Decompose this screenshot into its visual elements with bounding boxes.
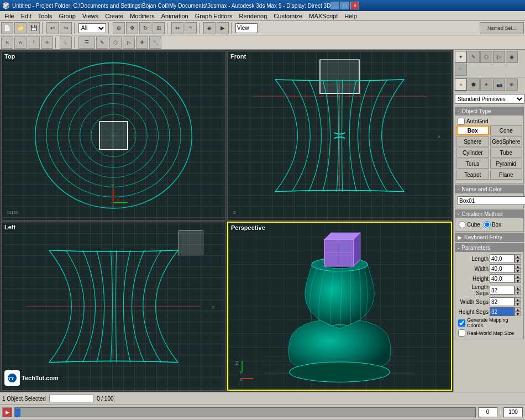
width-up[interactable]: ▲ <box>514 264 521 269</box>
pyramid-button[interactable]: Pyramid <box>490 159 523 169</box>
plane-button[interactable]: Plane <box>490 170 523 180</box>
menu-graph-editors[interactable]: Graph Editors <box>192 13 236 19</box>
lights-tab[interactable]: ☀ <box>480 78 492 91</box>
utilities-tab[interactable]: 🔧 <box>149 36 161 49</box>
frame-input[interactable] <box>478 407 497 417</box>
angle-snap[interactable]: ⌇ <box>28 36 40 49</box>
motion-tab[interactable]: ▷ <box>123 36 135 49</box>
move-button[interactable]: ✥ <box>126 22 138 34</box>
display-tab[interactable]: 👁 <box>136 36 148 49</box>
cameras-tab[interactable]: 📷 <box>493 78 505 91</box>
geosphere-button[interactable]: GeoSphere <box>490 136 523 146</box>
menu-views[interactable]: Views <box>79 13 102 19</box>
name-color-header[interactable]: - Name and Color <box>455 185 523 193</box>
viewport-left[interactable]: Left TT TechTut.com <box>1 222 226 391</box>
height-down[interactable]: ▼ <box>514 279 521 283</box>
viewport-perspective[interactable]: Perspective <box>227 222 452 391</box>
create-tab[interactable]: ☰ <box>78 36 95 49</box>
autogrid-checkbox[interactable] <box>458 118 465 125</box>
cone-button[interactable]: Cone <box>490 125 523 135</box>
box-radio-label[interactable]: Box <box>484 221 501 228</box>
close-button[interactable]: × <box>350 2 359 9</box>
rotate-button[interactable]: ↻ <box>139 22 151 34</box>
total-frames-input[interactable] <box>503 407 523 417</box>
object-name-input[interactable] <box>458 196 525 205</box>
menu-group[interactable]: Group <box>55 13 79 19</box>
display-panel-tab[interactable]: ◉ <box>506 51 518 63</box>
select-filter[interactable]: All <box>78 23 106 33</box>
sphere-button[interactable]: Sphere <box>456 136 489 146</box>
length-segs-down[interactable]: ▼ <box>514 290 521 295</box>
modify-panel-tab[interactable]: ✎ <box>468 51 480 63</box>
new-button[interactable]: 📄 <box>1 22 13 34</box>
viewport-front[interactable]: Front <box>227 51 452 221</box>
length-segs-up[interactable]: ▲ <box>514 286 521 290</box>
mirror-button[interactable]: ⇔ <box>171 22 183 34</box>
anim-play-btn[interactable]: ▶ <box>2 407 12 417</box>
snap-3d[interactable]: A <box>14 36 27 49</box>
open-button[interactable]: 📁 <box>14 22 27 34</box>
menu-edit[interactable]: Edit <box>18 13 35 19</box>
material-editor[interactable]: ◈ <box>203 22 216 34</box>
keyboard-entry-header[interactable]: ▶ Keyboard Entry <box>455 233 523 242</box>
save-button[interactable]: 💾 <box>28 22 40 34</box>
redo-button[interactable]: ↪ <box>60 22 72 34</box>
snap-toggle[interactable] <box>235 23 258 33</box>
object-type-header[interactable]: - Object Type <box>455 107 523 116</box>
menu-help[interactable]: Help <box>341 13 360 19</box>
width-segs-input[interactable] <box>490 297 514 306</box>
layer-button[interactable]: L <box>60 36 72 49</box>
named-sel-button[interactable]: Named Sel... <box>480 22 524 34</box>
motion-panel-tab[interactable]: ▷ <box>493 51 505 63</box>
width-segs-up[interactable]: ▲ <box>514 297 521 302</box>
height-input[interactable] <box>490 274 514 283</box>
select-button[interactable]: ⊕ <box>113 22 125 34</box>
cube-radio-label[interactable]: Cube <box>459 221 480 228</box>
height-segs-down[interactable]: ▼ <box>514 312 521 316</box>
minimize-button[interactable]: _ <box>330 2 339 9</box>
helpers-tab[interactable]: ⊕ <box>506 78 518 91</box>
torus-button[interactable]: Torus <box>456 159 489 169</box>
viewport-top[interactable]: Top X Y 0 <box>1 51 226 221</box>
menu-file[interactable]: File <box>1 13 18 19</box>
creation-method-header[interactable]: - Creation Method <box>455 210 523 218</box>
length-down[interactable]: ▼ <box>514 259 521 263</box>
menu-animation[interactable]: Animation <box>158 13 192 19</box>
utility-panel-tab[interactable]: 🔧 <box>455 64 467 76</box>
tube-button[interactable]: Tube <box>490 148 523 158</box>
length-input[interactable] <box>490 254 514 263</box>
create-panel-tab[interactable]: ✦ <box>455 51 467 63</box>
geometry-tab[interactable]: ● <box>455 78 467 91</box>
menu-modifiers[interactable]: Modifiers <box>127 13 158 19</box>
parameters-header[interactable]: - Parameters <box>455 244 523 252</box>
snap-2d[interactable]: S <box>1 36 13 49</box>
scale-button[interactable]: ⊞ <box>153 22 165 34</box>
align-button[interactable]: ≡ <box>185 22 197 34</box>
modify-tab[interactable]: ✎ <box>96 36 108 49</box>
length-segs-input[interactable] <box>490 286 514 295</box>
width-input[interactable] <box>490 264 514 273</box>
maximize-button[interactable]: □ <box>340 2 349 9</box>
shapes-tab[interactable]: ⬟ <box>468 78 480 91</box>
cube-radio[interactable] <box>459 221 466 228</box>
timeline-slider[interactable] <box>15 408 20 417</box>
gen-mapping-checkbox[interactable] <box>458 319 465 327</box>
menu-customize[interactable]: Customize <box>270 13 306 19</box>
hierarchy-tab[interactable]: ⬡ <box>109 36 122 49</box>
width-down[interactable]: ▼ <box>514 269 521 273</box>
primitives-dropdown[interactable]: Standard Primitives <box>455 94 524 104</box>
box-radio[interactable] <box>484 221 491 228</box>
menu-tools[interactable]: Tools <box>35 13 56 19</box>
real-world-checkbox[interactable] <box>458 329 465 337</box>
hierarchy-panel-tab[interactable]: ⬡ <box>480 51 492 63</box>
menu-rendering[interactable]: Rendering <box>236 13 271 19</box>
undo-button[interactable]: ↩ <box>46 22 59 34</box>
length-up[interactable]: ▲ <box>514 254 521 259</box>
height-segs-up[interactable]: ▲ <box>514 307 521 312</box>
box-button[interactable]: Box <box>456 125 489 135</box>
timeline[interactable] <box>14 407 476 417</box>
render-button[interactable]: ▶ <box>217 22 229 34</box>
height-segs-input[interactable] <box>490 307 514 316</box>
cylinder-button[interactable]: Cylinder <box>456 148 489 158</box>
teapot-button[interactable]: Teapot <box>456 170 489 180</box>
